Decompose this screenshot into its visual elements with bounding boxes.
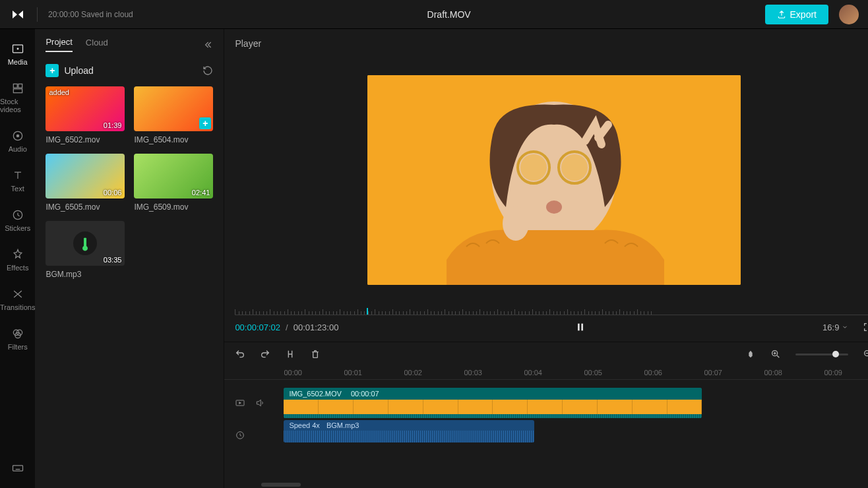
svg-rect-11 [13, 466, 22, 471]
total-time: 00:01:23:00 [294, 322, 339, 332]
media-thumbnail[interactable]: 03:35 [46, 221, 125, 266]
sidebar-item-audio[interactable]: Audio [9, 129, 27, 153]
svg-point-1 [17, 48, 18, 49]
media-filename: IMG_6504.mov [134, 135, 213, 144]
timeline: 00:0000:0100:0200:0300:0400:0500:0600:07… [224, 342, 868, 488]
clip-speed: Speed 4x [289, 421, 319, 429]
svg-point-18 [561, 154, 588, 181]
fullscreen-icon[interactable] [863, 322, 868, 332]
keyboard-shortcuts-icon[interactable] [11, 462, 24, 475]
redo-icon[interactable] [260, 349, 270, 359]
zoom-slider[interactable] [795, 353, 848, 355]
audio-track-icon[interactable] [235, 430, 245, 441]
svg-point-19 [546, 200, 562, 214]
tab-cloud[interactable]: Cloud [86, 38, 108, 51]
sidebar-item-effects[interactable]: Effects [7, 248, 28, 272]
top-bar: 20:00:00 Saved in cloud Draft.MOV Export [0, 0, 868, 29]
collapse-panel-icon[interactable] [202, 40, 213, 50]
duration-label: 00:06 [104, 189, 122, 197]
sidebar-item-media[interactable]: Media [8, 42, 28, 66]
zoom-out-icon[interactable] [863, 349, 868, 359]
player-header: Player [224, 29, 868, 58]
zoom-in-icon[interactable] [770, 349, 781, 359]
left-sidebar: Media Stock videos Audio Text Stickers E… [0, 29, 35, 488]
duration-label: 01:39 [104, 121, 122, 129]
added-badge: added [49, 88, 69, 96]
media-filename: IMG_6505.mov [46, 202, 125, 212]
media-filename: IMG_6509.mov [134, 202, 213, 212]
aspect-ratio-selector[interactable]: 16:9 [822, 322, 848, 332]
tab-project[interactable]: Project [46, 37, 72, 52]
clip-name: IMG_6502.MOV [289, 390, 341, 398]
audio-clip[interactable]: Speed 4x BGM.mp3 [284, 420, 534, 442]
svg-point-20 [503, 206, 529, 241]
media-filename: BGM.mp3 [46, 270, 125, 279]
mute-track-icon[interactable] [255, 398, 265, 408]
delete-icon[interactable] [310, 349, 321, 359]
sidebar-item-transitions[interactable]: Transitions [0, 288, 35, 311]
user-avatar[interactable] [839, 5, 859, 24]
media-thumbnail[interactable]: added01:39 [46, 86, 125, 131]
svg-rect-2 [13, 84, 17, 88]
sidebar-item-text[interactable]: Text [11, 169, 24, 193]
export-button[interactable]: Export [765, 5, 828, 24]
pause-button[interactable] [575, 322, 586, 332]
video-preview[interactable] [224, 58, 868, 302]
sidebar-item-filters[interactable]: Filters [8, 327, 28, 351]
svg-rect-4 [13, 89, 22, 93]
media-panel: Project Cloud + Upload added01:39IMG_650… [35, 29, 224, 488]
project-title: Draft.MOV [133, 9, 765, 20]
svg-rect-21 [578, 324, 580, 331]
sidebar-item-stock[interactable]: Stock videos [0, 82, 35, 113]
video-clip[interactable]: IMG_6502.MOV 00:00:07 [284, 388, 702, 418]
marker-icon[interactable] [745, 349, 756, 359]
timeline-scrollbar[interactable] [235, 483, 868, 488]
svg-point-6 [16, 135, 18, 137]
preview-frame [367, 75, 741, 285]
split-icon[interactable] [285, 349, 295, 359]
svg-point-17 [520, 154, 547, 181]
media-filename: IMG_6502.mov [46, 135, 125, 144]
mini-ruler[interactable] [235, 302, 868, 315]
video-track-icon[interactable] [235, 398, 245, 408]
app-logo[interactable] [9, 6, 26, 23]
media-thumbnail[interactable]: + [134, 86, 213, 131]
sidebar-item-stickers[interactable]: Stickers [5, 208, 30, 232]
save-status: 20:00:00 Saved in cloud [48, 10, 133, 19]
current-time: 00:00:07:02 [235, 322, 280, 332]
svg-rect-22 [582, 324, 584, 331]
plus-icon: + [46, 64, 59, 77]
undo-icon[interactable] [235, 349, 245, 359]
duration-label: 03:35 [104, 256, 122, 264]
media-thumbnail[interactable]: 00:06 [46, 154, 125, 198]
refresh-icon[interactable] [202, 65, 213, 76]
media-thumbnail[interactable]: 02:41 [134, 154, 213, 198]
duration-label: 02:41 [192, 189, 210, 197]
svg-rect-3 [18, 84, 22, 88]
upload-button[interactable]: + Upload [46, 64, 93, 77]
clip-audio-name: BGM.mp3 [326, 421, 359, 429]
clip-time: 00:00:07 [351, 390, 379, 398]
export-label: Export [790, 9, 817, 20]
add-clip-icon[interactable]: + [199, 117, 211, 129]
timeline-ruler[interactable]: 00:0000:0100:0200:0300:0400:0500:0600:07… [224, 366, 868, 380]
